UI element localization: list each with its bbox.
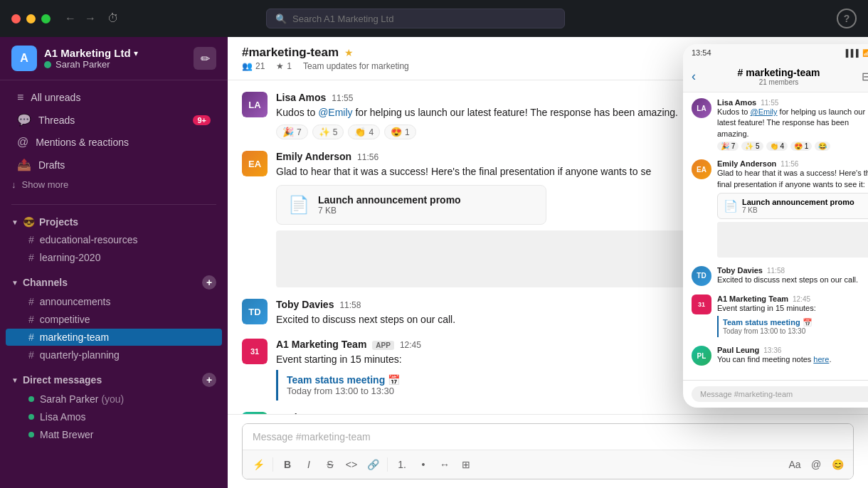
channel-item-quarterly-planning[interactable]: # quarterly-planning — [6, 346, 222, 364]
user-name: Sarah Parker — [55, 59, 110, 70]
phone-message-row: TD Toby Davies 11:58 Excited to discuss … — [692, 266, 868, 286]
sidebar-item-mentions[interactable]: @ Mentions & reactions — [6, 132, 222, 153]
table-button[interactable]: ⊞ — [456, 455, 476, 474]
reaction-item[interactable]: ✨ 5 — [312, 124, 344, 139]
compose-button[interactable]: ✏ — [194, 47, 216, 70]
help-button[interactable]: ? — [837, 9, 857, 28]
message-time: 12:45 — [400, 340, 421, 350]
reaction-item[interactable]: 😍 1 — [384, 124, 416, 139]
phone-time: 13:54 — [692, 48, 711, 57]
minimize-button[interactable] — [26, 14, 36, 23]
sidebar-item-all-unreads[interactable]: ≡ All unreads — [6, 87, 222, 108]
dm-item-matt[interactable]: Matt Brewer — [6, 426, 222, 443]
italic-button[interactable]: I — [299, 455, 319, 474]
channels-header[interactable]: ▼ Channels + — [0, 272, 228, 292]
unordered-list-button[interactable]: • — [413, 455, 433, 474]
channel-star-icon[interactable]: ★ — [344, 47, 354, 58]
maximize-button[interactable] — [41, 14, 51, 23]
channel-item-educational-resources[interactable]: # educational-resources — [6, 231, 222, 248]
bold-button[interactable]: B — [277, 455, 297, 474]
phone-file-attachment[interactable]: 📄 Launch announcement promo 7 KB — [717, 193, 868, 219]
reaction-item[interactable]: 👏 4 — [348, 124, 380, 139]
phone-msg-header: Toby Davies 11:58 — [717, 266, 868, 275]
phone-message-input[interactable]: Message #marketing-team — [692, 386, 868, 402]
file-attachment[interactable]: 📄 Launch announcement promo 7 KB — [276, 185, 546, 225]
projects-toggle-icon: ▼ — [11, 218, 18, 226]
user-status-dot — [44, 61, 51, 68]
channel-item-learning-2020[interactable]: # learning-2020 — [6, 249, 222, 266]
channel-name: educational-resources — [40, 234, 138, 245]
phone-reaction[interactable]: ✨ 5 — [741, 142, 763, 151]
phone-event-block: Team status meeting 📅 Today from 13:00 t… — [717, 316, 868, 337]
show-more-label: Show more — [22, 179, 69, 190]
phone-messages[interactable]: LA Lisa Amos 11:55 Kudos to @Emily for h… — [683, 92, 868, 380]
projects-header[interactable]: ▼ 😎 Projects — [0, 213, 228, 230]
sidebar-item-drafts[interactable]: 📤 Drafts — [6, 154, 222, 176]
format-lightning-button[interactable]: ⚡ — [248, 455, 268, 474]
phone-msg-content: Emily Anderson 11:56 Glad to hear that i… — [717, 159, 868, 258]
phone-reaction[interactable]: 🎉 7 — [717, 142, 739, 151]
message-author: Emily Anderson — [276, 151, 351, 162]
message-input[interactable] — [243, 424, 853, 450]
add-channel-button[interactable]: + — [202, 275, 216, 290]
channel-item-competitive[interactable]: # competitive — [6, 311, 222, 328]
phone-meeting-link[interactable]: here — [813, 355, 829, 364]
dm-item-lisa[interactable]: Lisa Amos — [6, 408, 222, 425]
phone-reaction[interactable]: 😂 — [815, 142, 830, 151]
strikethrough-button[interactable]: S — [320, 455, 340, 474]
channel-item-announcements[interactable]: # announcements — [6, 293, 222, 310]
sidebar-item-threads[interactable]: 💬 Threads 9+ — [6, 109, 222, 131]
file-size: 7 KB — [318, 206, 461, 216]
phone-signal: ▌▌▌ 📶 🔋 — [846, 49, 868, 57]
mention-button[interactable]: @ — [806, 455, 826, 474]
dm-name: Lisa Amos — [40, 411, 86, 423]
all-unreads-icon: ≡ — [17, 91, 23, 104]
phone-msg-time: 11:55 — [761, 99, 778, 107]
back-arrow[interactable]: ← — [65, 12, 76, 25]
search-input[interactable] — [292, 14, 556, 24]
online-status-dot — [28, 414, 34, 420]
phone-msg-content: Lisa Amos 11:55 Kudos to @Emily for help… — [717, 98, 868, 151]
phone-msg-text: Glad to hear that it was a success! Here… — [717, 168, 868, 190]
blockquote-button[interactable]: ↔ — [435, 455, 455, 474]
toolbar-divider — [387, 457, 388, 472]
message-author: A1 Marketing Team — [276, 339, 366, 350]
phone-msg-text: Event starting in 15 minutes: — [717, 303, 868, 314]
sidebar-divider-1 — [11, 204, 216, 205]
close-button[interactable] — [11, 14, 21, 23]
phone-channel-info: # marketing-team 21 members — [702, 67, 856, 86]
drafts-icon: 📤 — [17, 158, 31, 171]
phone-back-button[interactable]: ‹ — [692, 69, 696, 84]
text-style-button[interactable]: Aa — [785, 455, 805, 474]
add-dm-button[interactable]: + — [202, 373, 216, 387]
star-count: ★ 1 — [276, 61, 292, 71]
dm-header[interactable]: ▼ Direct messages + — [0, 370, 228, 390]
phone-reaction[interactable]: 👏 4 — [766, 142, 788, 151]
history-icon[interactable]: ⏱ — [107, 12, 119, 25]
hash-icon: # — [28, 234, 34, 245]
reaction-item[interactable]: 🎉 7 — [276, 124, 308, 139]
phone-channel-name: # marketing-team — [702, 67, 856, 78]
message-time: 11:58 — [339, 300, 361, 310]
dm-item-sarah[interactable]: Sarah Parker (you) — [6, 391, 222, 408]
phone-msg-header: Emily Anderson 11:56 — [717, 159, 868, 168]
phone-search-icon[interactable]: ⊟ — [862, 70, 868, 83]
phone-reaction[interactable]: 😍 1 — [790, 142, 812, 151]
phone-mockup: 13:54 ▌▌▌ 📶 🔋 ‹ # marketing-team 21 memb… — [683, 44, 868, 408]
show-more-button[interactable]: ↓ Show more — [0, 176, 228, 193]
global-search-bar[interactable]: 🔍 — [266, 9, 565, 28]
dm-toggle-icon: ▼ — [11, 376, 18, 384]
code-button[interactable]: <> — [342, 455, 361, 474]
message-time: 11:55 — [332, 93, 353, 103]
forward-arrow[interactable]: → — [85, 12, 96, 25]
emoji-button[interactable]: 😊 — [827, 455, 847, 474]
channel-item-marketing-team[interactable]: # marketing-team — [6, 329, 222, 346]
phone-status-bar: 13:54 ▌▌▌ 📶 🔋 — [683, 44, 868, 61]
message-input-area: ⚡ B I S <> 🔗 1. • ↔ ⊞ Aa — [228, 414, 868, 488]
phone-message-row: 31 A1 Marketing Team 12:45 Event startin… — [692, 295, 868, 337]
phone-avatar: PL — [692, 346, 711, 366]
ordered-list-button[interactable]: 1. — [392, 455, 412, 474]
link-button[interactable]: 🔗 — [363, 455, 383, 474]
phone-msg-text: You can find meeting notes here. — [717, 354, 868, 365]
phone-msg-header: Paul Leung 13:36 — [717, 346, 868, 354]
